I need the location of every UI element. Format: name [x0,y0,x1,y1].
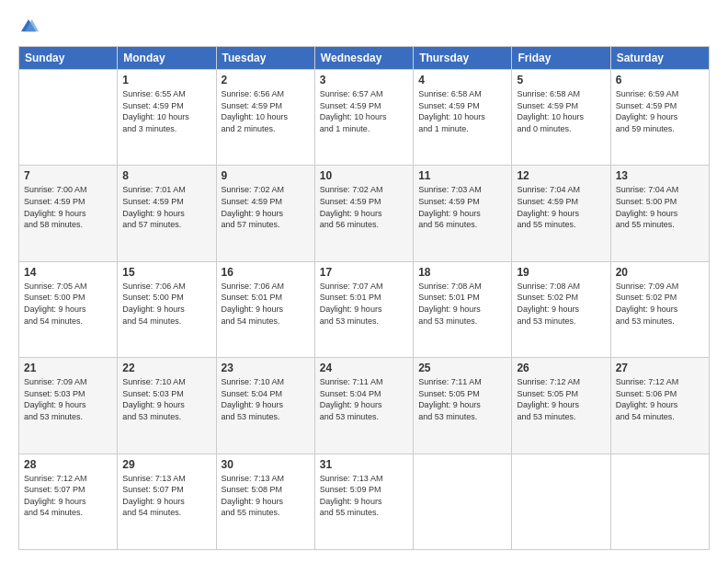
day-info: Sunrise: 7:12 AM Sunset: 5:06 PM Dayligh… [616,376,704,422]
day-number: 30 [222,458,310,471]
calendar-cell: 22Sunrise: 7:10 AM Sunset: 5:03 PM Dayli… [118,358,216,454]
header [18,17,710,37]
day-info: Sunrise: 7:11 AM Sunset: 5:05 PM Dayligh… [418,376,506,422]
weekday-header: Monday [118,47,216,70]
calendar-cell: 13Sunrise: 7:04 AM Sunset: 5:00 PM Dayli… [610,166,709,261]
day-number: 28 [24,458,112,471]
day-number: 26 [517,362,605,374]
calendar-cell: 30Sunrise: 7:13 AM Sunset: 5:08 PM Dayli… [216,454,314,549]
calendar-cell: 1Sunrise: 6:55 AM Sunset: 4:59 PM Daylig… [118,70,216,166]
calendar-cell: 9Sunrise: 7:02 AM Sunset: 4:59 PM Daylig… [216,166,314,261]
header-row: SundayMondayTuesdayWednesdayThursdayFrid… [19,47,710,70]
day-info: Sunrise: 7:09 AM Sunset: 5:02 PM Dayligh… [616,281,704,327]
day-number: 16 [222,266,310,279]
day-info: Sunrise: 6:58 AM Sunset: 4:59 PM Dayligh… [517,88,605,134]
day-number: 29 [122,458,210,471]
day-info: Sunrise: 7:08 AM Sunset: 5:02 PM Dayligh… [517,281,605,327]
day-number: 14 [24,266,112,279]
day-info: Sunrise: 7:04 AM Sunset: 5:00 PM Dayligh… [616,184,704,230]
day-info: Sunrise: 7:05 AM Sunset: 5:00 PM Dayligh… [24,281,112,327]
calendar-week-row: 28Sunrise: 7:12 AM Sunset: 5:07 PM Dayli… [19,454,710,549]
calendar-cell: 7Sunrise: 7:00 AM Sunset: 4:59 PM Daylig… [19,166,118,261]
calendar-cell: 2Sunrise: 6:56 AM Sunset: 4:59 PM Daylig… [216,70,314,166]
day-number: 19 [517,266,605,279]
day-info: Sunrise: 7:13 AM Sunset: 5:09 PM Dayligh… [320,473,408,519]
weekday-header: Sunday [19,47,118,70]
calendar-cell: 25Sunrise: 7:11 AM Sunset: 5:05 PM Dayli… [414,358,512,454]
calendar-cell: 21Sunrise: 7:09 AM Sunset: 5:03 PM Dayli… [19,358,118,454]
weekday-header: Saturday [610,47,709,70]
calendar-week-row: 14Sunrise: 7:05 AM Sunset: 5:00 PM Dayli… [19,261,710,357]
day-number: 24 [320,362,408,374]
logo-icon [18,17,39,37]
day-number: 5 [517,74,605,86]
day-info: Sunrise: 7:08 AM Sunset: 5:01 PM Dayligh… [418,281,506,327]
weekday-header: Friday [512,47,610,70]
day-number: 2 [222,74,310,86]
calendar-cell: 18Sunrise: 7:08 AM Sunset: 5:01 PM Dayli… [414,261,512,357]
day-number: 3 [320,74,408,86]
day-info: Sunrise: 7:00 AM Sunset: 4:59 PM Dayligh… [24,184,112,230]
calendar-cell [610,454,709,549]
day-info: Sunrise: 7:12 AM Sunset: 5:07 PM Dayligh… [24,473,112,519]
calendar-cell [512,454,610,549]
calendar-cell: 4Sunrise: 6:58 AM Sunset: 4:59 PM Daylig… [414,70,512,166]
calendar-cell: 20Sunrise: 7:09 AM Sunset: 5:02 PM Dayli… [610,261,709,357]
day-info: Sunrise: 6:56 AM Sunset: 4:59 PM Dayligh… [222,88,310,134]
calendar-cell: 26Sunrise: 7:12 AM Sunset: 5:05 PM Dayli… [512,358,610,454]
day-number: 4 [418,74,506,86]
day-info: Sunrise: 7:02 AM Sunset: 4:59 PM Dayligh… [320,184,408,230]
calendar-cell: 10Sunrise: 7:02 AM Sunset: 4:59 PM Dayli… [314,166,413,261]
calendar-cell: 19Sunrise: 7:08 AM Sunset: 5:02 PM Dayli… [512,261,610,357]
day-number: 25 [418,362,506,374]
calendar-cell: 6Sunrise: 6:59 AM Sunset: 4:59 PM Daylig… [610,70,709,166]
day-number: 21 [24,362,112,374]
day-number: 1 [122,74,210,86]
calendar-cell: 14Sunrise: 7:05 AM Sunset: 5:00 PM Dayli… [19,261,118,357]
day-number: 12 [517,169,605,182]
calendar-cell: 23Sunrise: 7:10 AM Sunset: 5:04 PM Dayli… [216,358,314,454]
day-number: 22 [122,362,210,374]
day-info: Sunrise: 7:06 AM Sunset: 5:01 PM Dayligh… [222,281,310,327]
day-number: 6 [616,74,704,86]
calendar-cell [414,454,512,549]
calendar-week-row: 21Sunrise: 7:09 AM Sunset: 5:03 PM Dayli… [19,358,710,454]
day-info: Sunrise: 7:06 AM Sunset: 5:00 PM Dayligh… [122,281,210,327]
weekday-header: Wednesday [314,47,413,70]
calendar-cell: 5Sunrise: 6:58 AM Sunset: 4:59 PM Daylig… [512,70,610,166]
calendar-cell: 31Sunrise: 7:13 AM Sunset: 5:09 PM Dayli… [314,454,413,549]
day-info: Sunrise: 7:10 AM Sunset: 5:04 PM Dayligh… [222,376,310,422]
day-info: Sunrise: 6:58 AM Sunset: 4:59 PM Dayligh… [418,88,506,134]
weekday-header: Thursday [414,47,512,70]
day-number: 20 [616,266,704,279]
day-info: Sunrise: 7:13 AM Sunset: 5:07 PM Dayligh… [122,473,210,519]
calendar-cell: 28Sunrise: 7:12 AM Sunset: 5:07 PM Dayli… [19,454,118,549]
day-info: Sunrise: 7:02 AM Sunset: 4:59 PM Dayligh… [222,184,310,230]
day-info: Sunrise: 7:04 AM Sunset: 4:59 PM Dayligh… [517,184,605,230]
day-info: Sunrise: 6:55 AM Sunset: 4:59 PM Dayligh… [122,88,210,134]
day-info: Sunrise: 6:59 AM Sunset: 4:59 PM Dayligh… [616,88,704,134]
calendar-cell: 27Sunrise: 7:12 AM Sunset: 5:06 PM Dayli… [610,358,709,454]
day-number: 15 [122,266,210,279]
calendar-cell: 3Sunrise: 6:57 AM Sunset: 4:59 PM Daylig… [314,70,413,166]
day-number: 27 [616,362,704,374]
calendar-cell: 8Sunrise: 7:01 AM Sunset: 4:59 PM Daylig… [118,166,216,261]
day-info: Sunrise: 7:01 AM Sunset: 4:59 PM Dayligh… [122,184,210,230]
calendar-cell: 12Sunrise: 7:04 AM Sunset: 4:59 PM Dayli… [512,166,610,261]
day-number: 11 [418,169,506,182]
day-info: Sunrise: 7:12 AM Sunset: 5:05 PM Dayligh… [517,376,605,422]
day-number: 9 [222,169,310,182]
calendar-cell: 29Sunrise: 7:13 AM Sunset: 5:07 PM Dayli… [118,454,216,549]
day-info: Sunrise: 7:10 AM Sunset: 5:03 PM Dayligh… [122,376,210,422]
day-number: 23 [222,362,310,374]
weekday-header: Tuesday [216,47,314,70]
calendar-cell: 11Sunrise: 7:03 AM Sunset: 4:59 PM Dayli… [414,166,512,261]
calendar-cell: 24Sunrise: 7:11 AM Sunset: 5:04 PM Dayli… [314,358,413,454]
calendar-table: SundayMondayTuesdayWednesdayThursdayFrid… [18,46,710,550]
day-info: Sunrise: 6:57 AM Sunset: 4:59 PM Dayligh… [320,88,408,134]
day-number: 7 [24,169,112,182]
day-info: Sunrise: 7:07 AM Sunset: 5:01 PM Dayligh… [320,281,408,327]
day-number: 8 [122,169,210,182]
calendar-cell: 17Sunrise: 7:07 AM Sunset: 5:01 PM Dayli… [314,261,413,357]
day-number: 31 [320,458,408,471]
